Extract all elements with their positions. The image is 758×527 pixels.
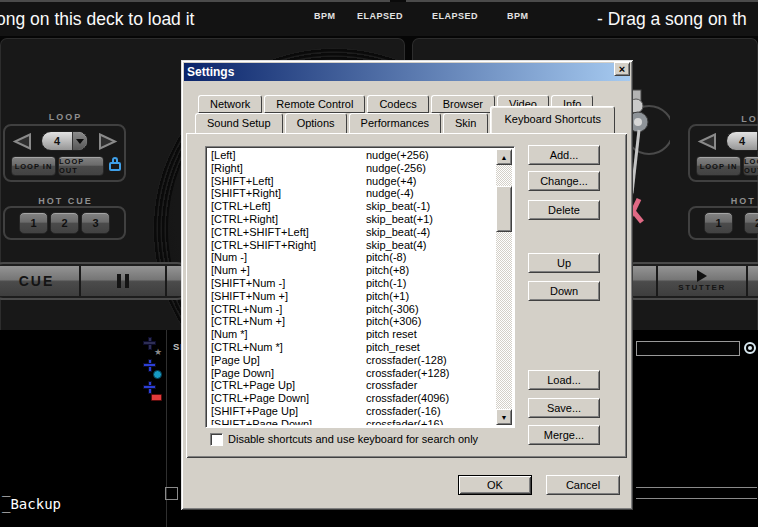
shortcut-row[interactable]: [SHIFT+Page Down]crossfader(+16) bbox=[208, 418, 496, 425]
shortcut-row[interactable]: [CTRL+Page Down]crossfader(4096) bbox=[208, 392, 496, 405]
virtual-folder-icon[interactable] bbox=[142, 359, 160, 377]
down-button[interactable]: Down bbox=[528, 281, 600, 301]
shortcut-list: [Left]nudge(+256)[Right]nudge(-256)[SHIF… bbox=[208, 149, 496, 425]
pause-icon bbox=[116, 274, 130, 288]
shortcut-row[interactable]: [CTRL+Num *]pitch_reset bbox=[208, 341, 496, 354]
hotcue-button-2[interactable]: 2 bbox=[744, 212, 758, 234]
shortcut-row[interactable]: [CTRL+Num +]pitch(+306) bbox=[208, 315, 496, 328]
app-window: ong on this deck to load it BPM ELAPSED … bbox=[0, 0, 758, 527]
loop-length-select[interactable]: 4 bbox=[41, 131, 88, 151]
hotcue-buttons-left: 123 bbox=[7, 210, 122, 236]
shortcut-row[interactable]: [Left]nudge(+256) bbox=[208, 149, 496, 162]
dialog-titlebar[interactable]: Settings bbox=[184, 63, 630, 81]
loop-half-icon[interactable] bbox=[12, 133, 32, 150]
pause-button[interactable] bbox=[81, 266, 165, 296]
search-input[interactable] bbox=[636, 341, 740, 356]
hotcue-button-1[interactable]: 1 bbox=[704, 212, 733, 234]
browser-checkbox-partial[interactable] bbox=[165, 487, 178, 500]
shortcut-key: [CTRL+Num *] bbox=[211, 341, 283, 354]
shortcut-row[interactable]: [SHIFT+Num +]pitch(+1) bbox=[208, 290, 496, 303]
filter-folder-icon[interactable] bbox=[142, 381, 160, 399]
loop-in-button[interactable]: LOOP IN bbox=[696, 156, 741, 176]
shortcut-key: [CTRL+Page Down] bbox=[211, 392, 309, 405]
hotcue-button-3[interactable]: 3 bbox=[81, 212, 110, 234]
record-icon[interactable] bbox=[744, 342, 756, 354]
tab-browser[interactable]: Browser bbox=[431, 95, 495, 113]
shortcut-row[interactable]: [CTRL+Left]skip_beat(-1) bbox=[208, 200, 496, 213]
scroll-up-button[interactable]: ▲ bbox=[496, 149, 512, 165]
shortcut-row[interactable]: [Right]nudge(-256) bbox=[208, 162, 496, 175]
shortcut-row[interactable]: [SHIFT+Num -]pitch(-1) bbox=[208, 277, 496, 290]
disable-shortcuts-checkbox[interactable] bbox=[210, 433, 223, 446]
up-button[interactable]: Up bbox=[528, 253, 600, 273]
play-button-partial[interactable] bbox=[748, 266, 758, 296]
shortcut-action: pitch(+1) bbox=[366, 290, 409, 303]
shortcut-key: [CTRL+SHIFT+Left] bbox=[211, 226, 309, 239]
shortcut-row[interactable]: [CTRL+SHIFT+Left]skip_beat(-4) bbox=[208, 226, 496, 239]
tab-remote-control[interactable]: Remote Control bbox=[264, 95, 365, 113]
shortcut-row[interactable]: [Num +]pitch(+8) bbox=[208, 264, 496, 277]
vertical-scrollbar[interactable]: ▲ ▼ bbox=[496, 149, 512, 425]
bpm-label-right: BPM bbox=[507, 11, 529, 21]
shortcut-action: pitch(+8) bbox=[366, 264, 409, 277]
loop-out-button[interactable]: LOOP OUT bbox=[743, 156, 758, 176]
shortcut-key: [Num +] bbox=[211, 264, 250, 277]
deck-right-hint: - Drag a song on th bbox=[597, 9, 747, 30]
change-button[interactable]: Change... bbox=[528, 171, 600, 191]
shortcut-row[interactable]: [CTRL+Right]skip_beat(+1) bbox=[208, 213, 496, 226]
shortcut-row[interactable]: [Num *]pitch reset bbox=[208, 328, 496, 341]
load-button[interactable]: Load... bbox=[528, 370, 600, 390]
ok-button[interactable]: OK bbox=[458, 475, 532, 495]
hotcue-button-2[interactable]: 2 bbox=[50, 212, 79, 234]
scrollbar-thumb[interactable] bbox=[496, 186, 512, 232]
shortcut-row[interactable]: [Page Up]crossfader(-128) bbox=[208, 354, 496, 367]
disable-shortcuts-label: Disable shortcuts and use keyboard for s… bbox=[228, 433, 478, 445]
add-button[interactable]: Add... bbox=[528, 145, 600, 165]
loop-length-dropdown[interactable] bbox=[72, 132, 87, 150]
shortcut-action: crossfader(+128) bbox=[366, 367, 449, 380]
cue-button[interactable]: CUE bbox=[0, 266, 79, 296]
scroll-down-button[interactable]: ▼ bbox=[496, 409, 512, 425]
tab-sound-setup[interactable]: Sound Setup bbox=[195, 113, 283, 133]
tab-performances[interactable]: Performances bbox=[349, 113, 441, 133]
shortcut-action: skip_beat(4) bbox=[366, 239, 427, 252]
bpm-label-left: BPM bbox=[314, 11, 336, 21]
shortcut-row[interactable]: [SHIFT+Right]nudge(-4) bbox=[208, 187, 496, 200]
cancel-button[interactable]: Cancel bbox=[546, 475, 620, 495]
scroll-up-icon: ▲ bbox=[501, 154, 508, 161]
favorite-folder-icon[interactable]: ★ bbox=[142, 337, 160, 355]
tab-options[interactable]: Options bbox=[285, 113, 347, 133]
tab-network[interactable]: Network bbox=[198, 95, 262, 113]
loop-out-button[interactable]: LOOP OUT bbox=[58, 156, 104, 176]
stutter-button[interactable]: STUTTER bbox=[658, 266, 746, 296]
loop-length-select[interactable]: 4 bbox=[726, 131, 758, 151]
lock-arch bbox=[112, 157, 118, 164]
close-button[interactable]: × bbox=[614, 62, 630, 76]
loop-in-button[interactable]: LOOP IN bbox=[11, 156, 56, 176]
shortcut-row[interactable]: [Num -]pitch(-8) bbox=[208, 251, 496, 264]
shortcut-row[interactable]: [CTRL+Num -]pitch(-306) bbox=[208, 303, 496, 316]
shortcut-row[interactable]: [CTRL+Page Up]crossfader bbox=[208, 379, 496, 392]
loop-length-value: 4 bbox=[42, 132, 72, 150]
shortcut-row[interactable]: [SHIFT+Page Up]crossfader(-16) bbox=[208, 405, 496, 418]
shortcut-key: [Page Down] bbox=[211, 367, 274, 380]
tab-codecs[interactable]: Codecs bbox=[367, 95, 428, 113]
shortcut-key: [CTRL+Page Up] bbox=[211, 379, 295, 392]
smart-lock-icon[interactable] bbox=[109, 162, 121, 171]
shortcut-row[interactable]: [Page Down]crossfader(+128) bbox=[208, 367, 496, 380]
delete-button[interactable]: Delete bbox=[528, 200, 600, 220]
shortcut-row[interactable]: [CTRL+SHIFT+Right]skip_beat(4) bbox=[208, 239, 496, 252]
loop-double-icon[interactable] bbox=[98, 133, 118, 150]
tab-keyboard-shortcuts[interactable]: Keyboard Shortcuts bbox=[490, 106, 615, 133]
hotcue-button-1[interactable]: 1 bbox=[19, 212, 48, 234]
loop-label-right: LOOP bbox=[688, 114, 758, 124]
shortcut-action: skip_beat(+1) bbox=[366, 213, 433, 226]
shortcut-key: [CTRL+SHIFT+Right] bbox=[211, 239, 316, 252]
shortcut-key: [SHIFT+Left] bbox=[211, 175, 274, 188]
save-button[interactable]: Save... bbox=[528, 398, 600, 418]
merge-button[interactable]: Merge... bbox=[528, 425, 600, 445]
tab-skin[interactable]: Skin bbox=[443, 113, 488, 133]
shortcut-row[interactable]: [SHIFT+Left]nudge(+4) bbox=[208, 175, 496, 188]
loop-half-icon[interactable] bbox=[697, 133, 717, 150]
deck-left-hint: ong on this deck to load it bbox=[0, 9, 194, 30]
